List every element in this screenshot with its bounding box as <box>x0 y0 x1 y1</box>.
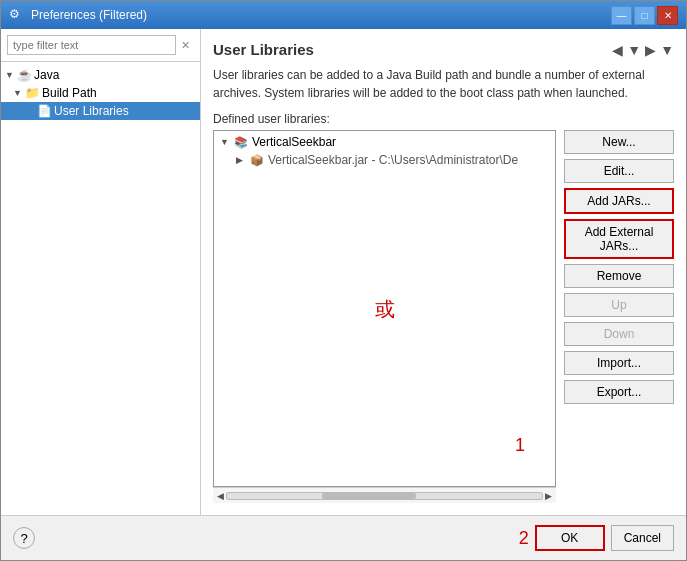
userlibraries-icon: 📄 <box>37 104 52 118</box>
filter-clear-button[interactable]: ✕ <box>176 36 194 54</box>
lib-folder-icon: 📚 <box>234 136 248 149</box>
add-jars-button[interactable]: Add JARs... <box>564 188 674 214</box>
horizontal-scrollbar[interactable]: ◀ ▶ <box>213 487 556 503</box>
annotation-or: 或 <box>375 295 395 322</box>
cancel-button[interactable]: Cancel <box>611 525 674 551</box>
filter-box: ✕ <box>1 29 200 62</box>
jar-item-verticalseekbar[interactable]: ▶ 📦 VerticalSeekbar.jar - C:\Users\Admin… <box>216 151 553 169</box>
defined-label: Defined user libraries: <box>213 112 674 126</box>
annotation-2: 2 <box>519 528 529 549</box>
import-button[interactable]: Import... <box>564 351 674 375</box>
filter-input[interactable] <box>7 35 176 55</box>
java-folder-icon: ☕ <box>17 68 32 82</box>
nav-back-button[interactable]: ◀ <box>612 42 623 58</box>
annotation-1: 1 <box>515 435 525 456</box>
sidebar-item-buildpath[interactable]: ▼ 📁 Build Path <box>1 84 200 102</box>
ok-button[interactable]: OK <box>535 525 605 551</box>
window-icon: ⚙ <box>9 7 25 23</box>
buildpath-icon: 📁 <box>25 86 40 100</box>
main-panel: User Libraries ◀ ▼ ▶ ▼ User libraries ca… <box>201 29 686 515</box>
bottom-bar: ? 2 OK Cancel <box>1 515 686 560</box>
sidebar-item-userlibraries-label: User Libraries <box>54 104 129 118</box>
scroll-thumb[interactable] <box>322 493 417 499</box>
edit-button[interactable]: Edit... <box>564 159 674 183</box>
down-button[interactable]: Down <box>564 322 674 346</box>
panel-title: User Libraries <box>213 41 314 58</box>
bottom-right: 2 OK Cancel <box>519 525 674 551</box>
scroll-right-arrow[interactable]: ▶ <box>543 491 554 501</box>
sidebar: ✕ ▼ ☕ Java ▼ 📁 Build Path <box>1 29 201 515</box>
buttons-column: New... Edit... Add JARs... Add External … <box>564 130 674 503</box>
expand-icon-userlibraries <box>25 106 35 116</box>
new-button[interactable]: New... <box>564 130 674 154</box>
lib-expand-icon: ▼ <box>220 137 230 147</box>
sidebar-tree: ▼ ☕ Java ▼ 📁 Build Path 📄 <box>1 62 200 515</box>
preferences-window: ⚙ Preferences (Filtered) — □ ✕ ✕ ▼ ☕ Jav… <box>0 0 687 561</box>
jar-expand-icon: ▶ <box>236 155 246 165</box>
nav-fwd-dropdown[interactable]: ▼ <box>660 42 674 58</box>
expand-icon-buildpath: ▼ <box>13 88 23 98</box>
sidebar-item-userlibraries[interactable]: 📄 User Libraries <box>1 102 200 120</box>
add-external-jars-button[interactable]: Add External JARs... <box>564 219 674 259</box>
libraries-area: ▼ 📚 VerticalSeekbar ▶ 📦 VerticalSeekbar.… <box>213 130 674 503</box>
maximize-button[interactable]: □ <box>634 6 655 25</box>
lib-item-verticalseekbar[interactable]: ▼ 📚 VerticalSeekbar <box>216 133 553 151</box>
help-button[interactable]: ? <box>13 527 35 549</box>
nav-fwd-button[interactable]: ▶ <box>645 42 656 58</box>
jar-file-icon: 📦 <box>250 154 264 167</box>
minimize-button[interactable]: — <box>611 6 632 25</box>
panel-header: User Libraries ◀ ▼ ▶ ▼ <box>213 41 674 58</box>
close-button[interactable]: ✕ <box>657 6 678 25</box>
expand-icon-java: ▼ <box>5 70 15 80</box>
description-text: User libraries can be added to a Java Bu… <box>213 66 674 102</box>
lib-list-container[interactable]: ▼ 📚 VerticalSeekbar ▶ 📦 VerticalSeekbar.… <box>213 130 556 487</box>
up-button[interactable]: Up <box>564 293 674 317</box>
sidebar-item-java-label: Java <box>34 68 59 82</box>
scroll-left-arrow[interactable]: ◀ <box>215 491 226 501</box>
sidebar-item-buildpath-label: Build Path <box>42 86 97 100</box>
export-button[interactable]: Export... <box>564 380 674 404</box>
jar-name-label: VerticalSeekbar.jar - C:\Users\Administr… <box>268 153 518 167</box>
remove-button[interactable]: Remove <box>564 264 674 288</box>
lib-name-label: VerticalSeekbar <box>252 135 336 149</box>
lib-list-wrapper: ▼ 📚 VerticalSeekbar ▶ 📦 VerticalSeekbar.… <box>213 130 556 503</box>
nav-back-dropdown[interactable]: ▼ <box>627 42 641 58</box>
nav-arrows: ◀ ▼ ▶ ▼ <box>612 42 674 58</box>
lib-list: ▼ 📚 VerticalSeekbar ▶ 📦 VerticalSeekbar.… <box>214 131 555 171</box>
sidebar-item-java[interactable]: ▼ ☕ Java <box>1 66 200 84</box>
window-title: Preferences (Filtered) <box>31 8 147 22</box>
scroll-track[interactable] <box>226 492 543 500</box>
title-controls: — □ ✕ <box>611 6 678 25</box>
content-area: ✕ ▼ ☕ Java ▼ 📁 Build Path <box>1 29 686 515</box>
title-bar: ⚙ Preferences (Filtered) — □ ✕ <box>1 1 686 29</box>
